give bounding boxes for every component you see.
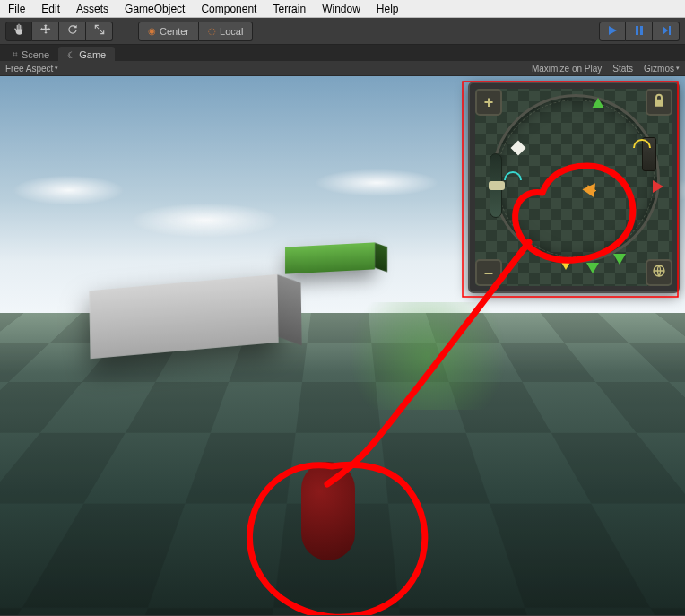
scene-icon: ⌗	[13, 49, 18, 60]
gizmos-dropdown[interactable]: Gizmos ▾	[644, 64, 680, 74]
game-sub-toolbar: Free Aspect ▾ Maximize on Play Stats Giz…	[0, 61, 685, 76]
minimap-lock-button[interactable]	[646, 89, 672, 116]
lock-icon	[652, 93, 666, 112]
minimap-zoom-in-button[interactable]: +	[475, 89, 502, 116]
menu-component[interactable]: Component	[193, 3, 264, 15]
stats-toggle[interactable]: Stats	[612, 64, 633, 74]
menu-window[interactable]: Window	[314, 3, 369, 15]
chevron-down-icon: ▾	[55, 65, 58, 72]
scale-icon	[93, 23, 106, 39]
blip-green-n	[592, 98, 604, 108]
globe-icon	[652, 264, 666, 282]
minimap-zoom-out-button[interactable]: –	[475, 259, 502, 286]
maximize-on-play-toggle[interactable]: Maximize on Play	[532, 64, 602, 74]
move-icon	[39, 23, 52, 39]
menu-file[interactable]: File	[0, 3, 33, 15]
menu-bar: File Edit Assets GameObject Component Te…	[0, 0, 685, 18]
pivot-center-label: Center	[160, 26, 189, 37]
minimap-zoom-slider[interactable]	[490, 153, 502, 218]
menu-assets[interactable]: Assets	[68, 3, 117, 15]
gizmos-label: Gizmos	[644, 64, 674, 74]
aspect-dropdown[interactable]: Free Aspect ▾	[5, 64, 58, 74]
game-view[interactable]: + –	[0, 76, 685, 615]
local-icon: ◌	[208, 26, 216, 36]
scale-tool[interactable]	[86, 22, 113, 41]
play-icon	[607, 23, 618, 39]
chevron-down-icon: ▾	[676, 65, 680, 72]
pivot-local-toggle[interactable]: ◌ Local	[199, 22, 253, 41]
scene-player-capsule	[301, 462, 355, 560]
step-button[interactable]	[653, 22, 680, 41]
minus-icon: –	[484, 264, 493, 282]
pivot-local-label: Local	[220, 26, 243, 37]
blip-green-s2	[613, 254, 626, 265]
minimap-widget: + –	[468, 82, 680, 293]
blip-green-s1	[586, 263, 599, 273]
main-toolbar: ◉ Center ◌ Local	[0, 18, 685, 45]
pivot-center-toggle[interactable]: ◉ Center	[138, 22, 199, 41]
rotate-icon	[66, 23, 79, 39]
tab-game-label: Game	[79, 49, 106, 60]
scene-greenlight	[329, 302, 526, 410]
minimap-globe-button[interactable]	[646, 259, 672, 286]
view-tabstrip: ⌗ Scene ☾ Game	[0, 45, 685, 61]
aspect-label: Free Aspect	[5, 64, 53, 74]
blip-red-e	[653, 180, 663, 193]
blip-yellow-s	[559, 259, 572, 270]
minimap-zoom-slider-thumb[interactable]	[489, 181, 505, 190]
tab-scene-label: Scene	[22, 49, 49, 60]
plus-icon: +	[484, 93, 494, 112]
scene-green-cube	[285, 242, 375, 273]
menu-terrain[interactable]: Terrain	[264, 3, 314, 15]
tab-game[interactable]: ☾ Game	[58, 47, 115, 61]
hand-icon	[13, 23, 25, 39]
move-tool[interactable]	[32, 22, 59, 41]
tab-scene[interactable]: ⌗ Scene	[4, 47, 58, 61]
hand-tool[interactable]	[5, 22, 32, 41]
game-icon: ☾	[67, 50, 75, 60]
menu-help[interactable]: Help	[369, 3, 407, 15]
step-icon	[661, 23, 672, 39]
menu-gameobject[interactable]: GameObject	[117, 3, 193, 15]
center-icon: ◉	[148, 26, 156, 36]
play-button[interactable]	[599, 22, 626, 41]
pause-button[interactable]	[626, 22, 653, 41]
pause-icon	[634, 23, 645, 39]
rotate-tool[interactable]	[59, 22, 86, 41]
menu-edit[interactable]: Edit	[33, 3, 68, 15]
